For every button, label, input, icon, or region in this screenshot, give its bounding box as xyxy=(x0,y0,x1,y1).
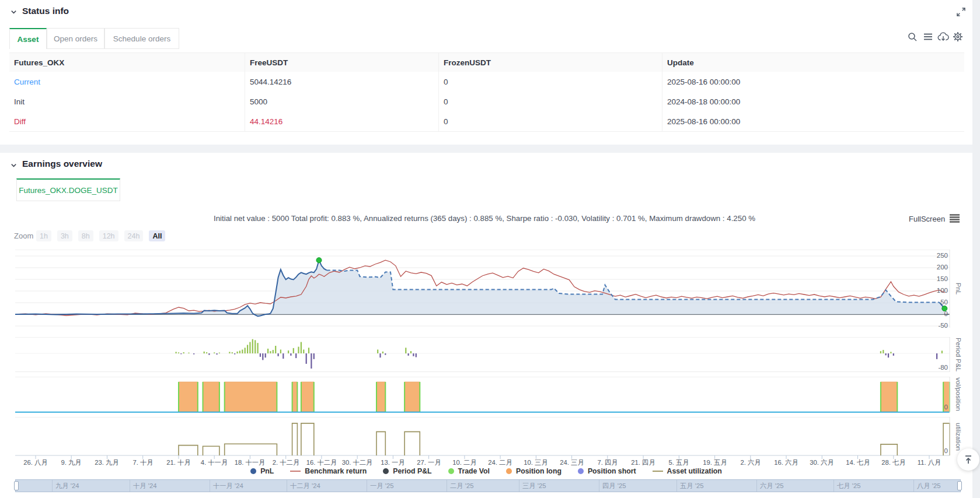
pnl-axis-tick: 150 xyxy=(926,275,948,282)
chart-fullscreen-button[interactable]: FullScreen xyxy=(909,215,945,223)
current-free: 5044.14216 xyxy=(245,72,439,92)
current-frozen: 0 xyxy=(439,72,662,92)
menu-icon[interactable] xyxy=(923,31,933,42)
legend-item-position-long[interactable]: Position long xyxy=(506,467,562,475)
init-label: Init xyxy=(9,92,245,111)
slider-gridline xyxy=(287,480,287,492)
x-axis-label: 28. 七月 xyxy=(873,458,914,467)
zoom-buttons: 1h 3h 8h 12h 24h All xyxy=(36,230,165,241)
scrollbar-gutter[interactable] xyxy=(972,0,980,498)
zoom-button-3h[interactable]: 3h xyxy=(57,230,72,241)
current-link[interactable]: Current xyxy=(14,78,40,86)
slider-left-handle[interactable] xyxy=(14,481,19,490)
slider-month-label: 六月 '25 xyxy=(760,482,783,490)
status-section-title: Status info xyxy=(22,6,69,16)
slider-right-handle[interactable] xyxy=(957,481,962,490)
x-axis-label: 30. 六月 xyxy=(801,458,842,467)
legend-item-asset-utilization[interactable]: Asset utilization xyxy=(653,467,722,475)
asset-table-header: Futures_OKX FreeUSDT FrozenUSDT Update xyxy=(9,52,964,73)
init-free: 5000 xyxy=(245,92,439,111)
zoom-button-all[interactable]: All xyxy=(149,230,165,241)
slider-gridline xyxy=(833,480,834,492)
back-to-top-button[interactable] xyxy=(957,448,979,471)
slider-month-label: 三月 '25 xyxy=(522,482,546,490)
diff-update: 2025-08-16 00:00:00 xyxy=(662,111,964,131)
vol-axis-tick: 0 xyxy=(926,404,948,411)
x-axis-label: 19. 五月 xyxy=(695,458,735,467)
slider-month-label: 七月 '25 xyxy=(837,482,860,490)
x-axis-label: 7. 十月 xyxy=(123,458,163,467)
slider-gridline xyxy=(756,480,757,492)
slider-month-label: 十月 '24 xyxy=(133,482,156,490)
slider-month-label: 二月 '25 xyxy=(450,482,473,490)
legend-item-period-p-l[interactable]: Period P&L xyxy=(383,467,431,475)
slider-gridline xyxy=(599,480,599,492)
expand-icon[interactable] xyxy=(956,7,966,17)
slider-gridline xyxy=(52,480,53,492)
zoom-button-24h[interactable]: 24h xyxy=(124,230,144,241)
period-axis-tick: -80 xyxy=(926,364,948,371)
table-row-init: Init 5000 0 2024-08-18 00:00:00 xyxy=(9,92,964,112)
tab-asset[interactable]: Asset xyxy=(9,28,47,49)
legend-marker xyxy=(383,468,389,474)
x-axis-label: 13. 一月 xyxy=(372,458,413,467)
zoom-button-1h[interactable]: 1h xyxy=(36,230,51,241)
period-axis-name: Period P&L xyxy=(955,335,962,374)
diff-free: 44.14216 xyxy=(245,111,439,131)
x-axis-label: 11. 八月 xyxy=(909,458,950,467)
x-axis-label: 30. 十二月 xyxy=(337,458,378,467)
slider-gridline xyxy=(367,480,367,492)
tab-futures-okx-doge-usdt[interactable]: Futures_OKX.DOGE_USDT xyxy=(16,178,120,201)
status-collapse-chevron[interactable] xyxy=(10,8,18,16)
diff-label: Diff xyxy=(9,111,245,131)
zoom-button-12h[interactable]: 12h xyxy=(99,230,118,241)
vol-position-chart-panel xyxy=(15,377,950,413)
legend-marker xyxy=(290,471,301,472)
slider-month-label: 八月 '25 xyxy=(917,482,940,490)
pnl-axis-tick: -50 xyxy=(926,322,948,329)
tab-schedule-orders[interactable]: Schedule orders xyxy=(104,28,179,49)
trading-dashboard: Status info Asset Open orders Schedule o… xyxy=(0,0,980,498)
pnl-axis-tick: 200 xyxy=(926,264,948,271)
legend-marker xyxy=(448,468,454,474)
init-update: 2024-08-18 00:00:00 xyxy=(662,92,964,111)
search-icon[interactable] xyxy=(907,31,918,42)
pnl-chart-panel xyxy=(15,250,950,328)
datazoom-slider[interactable]: 九月 '24十月 '24十一月 '24十二月 '24一月 '25二月 '25三月… xyxy=(15,479,961,492)
x-axis-label: 9. 九月 xyxy=(51,458,92,467)
slider-gridline xyxy=(676,480,677,492)
slider-month-label: 四月 '25 xyxy=(602,482,626,490)
pnl-axis-name: PnL xyxy=(955,250,962,328)
slider-gridline xyxy=(913,480,914,492)
x-axis-label: 2. 十二月 xyxy=(266,458,306,467)
x-axis-label: 24. 三月 xyxy=(552,458,592,467)
gear-icon[interactable] xyxy=(953,31,963,42)
table-row-diff: Diff 44.14216 0 2025-08-16 00:00:00 xyxy=(9,111,964,132)
legend-item-benchmark-return[interactable]: Benchmark return xyxy=(290,467,367,475)
legend-item-position-short[interactable]: Position short xyxy=(578,467,636,475)
slider-month-label: 五月 '25 xyxy=(680,482,703,490)
utilization-chart-panel xyxy=(15,417,950,460)
pnl-axis-tick: 100 xyxy=(926,287,948,294)
zoom-button-8h[interactable]: 8h xyxy=(78,230,93,241)
zoom-label: Zoom xyxy=(14,232,33,240)
legend-marker xyxy=(250,468,256,474)
x-axis-label: 14. 七月 xyxy=(838,458,878,467)
cloud-download-icon[interactable] xyxy=(937,31,949,42)
tab-open-orders[interactable]: Open orders xyxy=(47,28,104,49)
x-axis-label: 21. 十月 xyxy=(158,458,199,467)
legend-item-pnl[interactable]: PnL xyxy=(250,467,274,475)
slider-gridline xyxy=(519,480,519,492)
period-pnl-chart-panel xyxy=(15,337,950,372)
x-axis-label: 7. 四月 xyxy=(587,458,628,467)
legend-item-trade-vol[interactable]: Trade Vol xyxy=(448,467,490,475)
x-axis-label: 24. 二月 xyxy=(480,458,521,467)
chart-menu-icon[interactable] xyxy=(949,213,960,223)
legend-marker xyxy=(506,468,512,474)
slider-month-label: 十一月 '24 xyxy=(213,482,243,490)
earnings-collapse-chevron[interactable] xyxy=(10,162,18,169)
pnl-axis-tick: 50 xyxy=(926,299,948,306)
slider-month-label: 十二月 '24 xyxy=(290,482,320,490)
section-divider xyxy=(0,145,980,153)
pnl-axis-tick: 250 xyxy=(926,252,948,259)
